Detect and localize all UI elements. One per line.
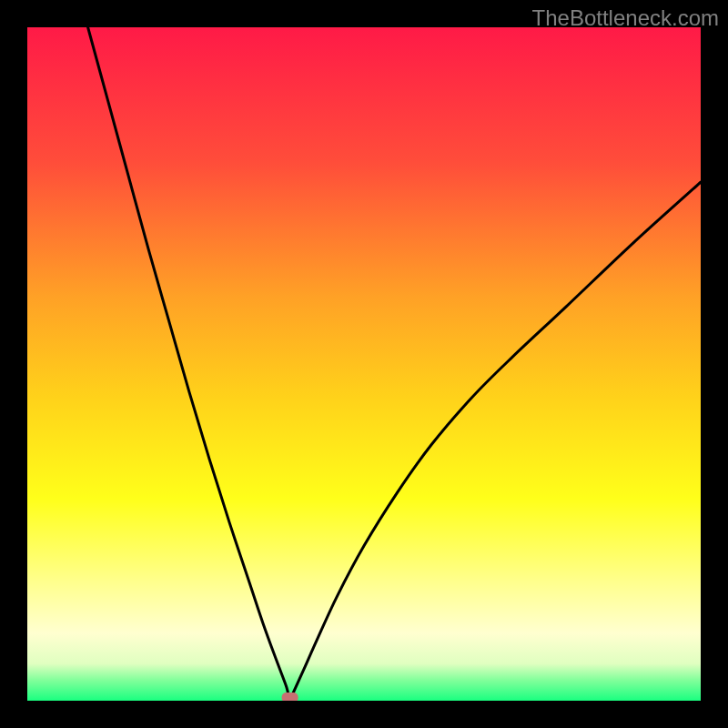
optimum-marker bbox=[282, 693, 298, 701]
watermark-text: TheBottleneck.com bbox=[532, 5, 719, 31]
gradient-background bbox=[27, 27, 701, 701]
chart-frame bbox=[27, 27, 701, 701]
bottleneck-chart bbox=[27, 27, 701, 701]
